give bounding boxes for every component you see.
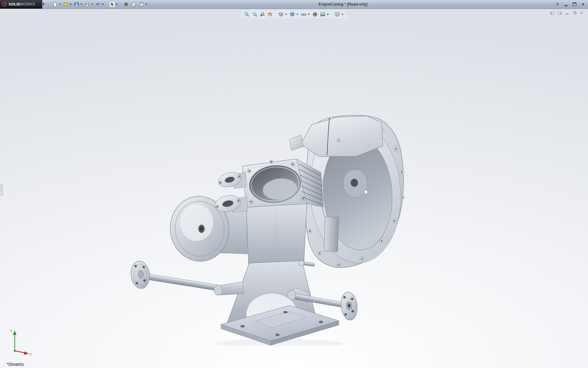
previous-view-button[interactable] bbox=[259, 11, 266, 18]
restore-document-button[interactable] bbox=[572, 11, 576, 15]
reed-valve-cover[interactable] bbox=[289, 116, 383, 156]
dropdown-arrow[interactable] bbox=[342, 14, 344, 15]
dropdown-arrow[interactable] bbox=[297, 14, 299, 15]
minimize-button[interactable] bbox=[564, 2, 568, 7]
open-folder-icon bbox=[63, 2, 68, 7]
pane-left-icon bbox=[550, 12, 554, 15]
close-document-button[interactable]: × bbox=[579, 11, 584, 15]
brand-light: WORKS bbox=[21, 2, 35, 6]
rebuild-icon bbox=[124, 2, 129, 7]
dropdown-arrow[interactable] bbox=[102, 4, 104, 5]
minimize-icon bbox=[566, 13, 568, 14]
new-file-icon bbox=[53, 2, 58, 7]
dropdown-arrow[interactable] bbox=[81, 4, 82, 5]
zoom-to-area-button[interactable] bbox=[251, 11, 258, 18]
hide-show-items-button[interactable] bbox=[300, 11, 307, 18]
triad-y-label: Y bbox=[10, 329, 12, 333]
open-button[interactable] bbox=[62, 1, 70, 8]
undo-button[interactable]: ↶ bbox=[94, 1, 102, 8]
brand-text: SOLIDWORKS bbox=[9, 2, 35, 6]
standard-toolbar: ↶ bbox=[51, 1, 148, 8]
reference-triad[interactable]: Y X bbox=[7, 326, 33, 358]
document-window-controls: × bbox=[550, 11, 584, 15]
appearance-ball-icon bbox=[312, 12, 318, 17]
select-tool-button[interactable] bbox=[109, 1, 115, 8]
window-title: EngineCasing * [Read-only] bbox=[144, 0, 542, 9]
restore-icon bbox=[573, 12, 576, 15]
save-button[interactable] bbox=[73, 1, 80, 8]
section-view-icon bbox=[267, 12, 273, 17]
dropdown-arrow[interactable] bbox=[327, 14, 329, 15]
solidworks-logo: SOLIDWORKS bbox=[0, 0, 42, 9]
menu-expand-arrow-icon[interactable] bbox=[43, 2, 45, 6]
title-bar[interactable]: SOLIDWORKS bbox=[0, 0, 588, 9]
dropdown-arrow[interactable] bbox=[91, 4, 93, 5]
dropdown-arrow[interactable] bbox=[308, 14, 310, 15]
view-settings-icon bbox=[335, 12, 340, 17]
toolbar-separator bbox=[120, 2, 121, 7]
view-orientation-label: *Dimetric bbox=[7, 362, 24, 367]
heads-up-view-toolbar bbox=[241, 10, 347, 18]
display-style-icon bbox=[290, 12, 295, 17]
dassault-3ds-logo-icon bbox=[2, 2, 7, 7]
print-button[interactable] bbox=[84, 1, 91, 8]
help-button[interactable]: ? bbox=[555, 2, 560, 7]
view-settings-button[interactable] bbox=[334, 11, 341, 18]
maximize-icon bbox=[573, 2, 576, 6]
zoom-to-fit-icon bbox=[244, 12, 250, 17]
dropdown-arrow[interactable] bbox=[59, 4, 61, 5]
graphics-viewport[interactable]: × bbox=[0, 9, 588, 368]
window-controls: ? × bbox=[555, 0, 586, 9]
minimize-icon bbox=[565, 5, 567, 6]
dropdown-arrow[interactable] bbox=[116, 4, 118, 5]
close-button[interactable]: × bbox=[581, 2, 586, 7]
eyeglasses-icon bbox=[301, 12, 307, 17]
brand-bold: SOLID bbox=[9, 2, 21, 6]
triad-x-label: X bbox=[29, 353, 32, 356]
view-orientation-button[interactable] bbox=[278, 11, 285, 18]
file-properties-icon bbox=[131, 2, 136, 7]
dropdown-arrow[interactable] bbox=[70, 4, 72, 5]
select-cursor-icon bbox=[110, 2, 115, 7]
dropdown-arrow[interactable] bbox=[285, 14, 287, 15]
maximize-button[interactable] bbox=[572, 2, 577, 7]
save-floppy-icon bbox=[74, 2, 79, 7]
pane-right-icon bbox=[558, 12, 562, 15]
options-icon bbox=[139, 2, 144, 7]
toolbar-separator bbox=[107, 2, 107, 7]
feature-panel-splitter-handle[interactable] bbox=[0, 184, 3, 196]
zoom-to-fit-button[interactable] bbox=[244, 11, 251, 18]
minimize-document-button[interactable] bbox=[565, 11, 569, 15]
rebuild-button[interactable] bbox=[123, 1, 130, 8]
view-orientation-cube-icon bbox=[278, 12, 284, 17]
section-view-button[interactable] bbox=[267, 11, 273, 18]
previous-view-icon bbox=[260, 12, 265, 17]
show-display-pane-button[interactable] bbox=[557, 11, 562, 15]
show-feature-pane-button[interactable] bbox=[550, 11, 554, 15]
printer-icon bbox=[85, 2, 90, 7]
new-document-button[interactable] bbox=[51, 1, 59, 8]
edit-appearance-button[interactable] bbox=[312, 11, 318, 18]
triad-origin bbox=[14, 350, 15, 351]
axle-left[interactable] bbox=[130, 260, 222, 295]
display-style-button[interactable] bbox=[289, 11, 296, 18]
manifold-flanges[interactable] bbox=[214, 170, 247, 214]
scene-icon bbox=[320, 12, 326, 17]
apply-scene-button[interactable] bbox=[319, 11, 326, 18]
engine-casing-model[interactable] bbox=[123, 110, 417, 346]
undo-icon: ↶ bbox=[96, 2, 100, 7]
zoom-to-area-icon bbox=[252, 12, 258, 17]
file-properties-button[interactable] bbox=[130, 1, 138, 8]
